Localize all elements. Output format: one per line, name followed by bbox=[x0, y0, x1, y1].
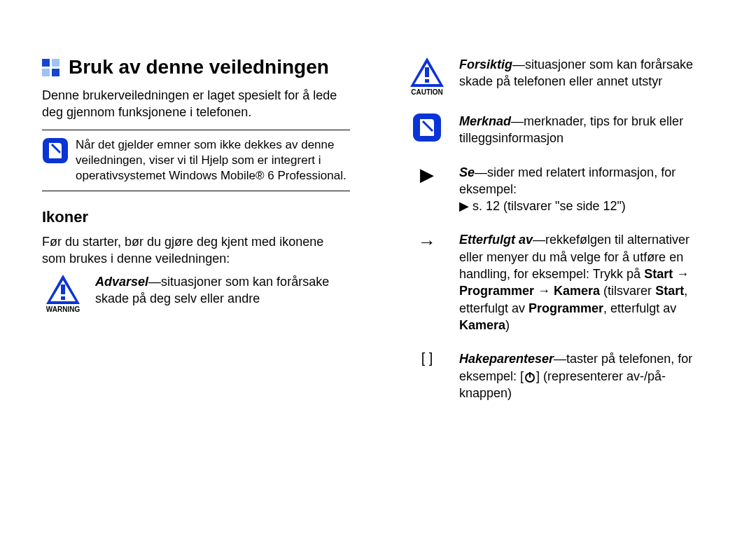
power-icon bbox=[524, 371, 536, 383]
triangle-icon: ▶ bbox=[406, 164, 448, 186]
hake-label: Hakeparenteser bbox=[459, 352, 554, 366]
heading-row: Bruk av denne veiledningen bbox=[42, 56, 350, 87]
note-icon bbox=[42, 137, 69, 164]
icons-heading: Ikoner bbox=[42, 208, 350, 226]
note-block: Når det gjelder emner som ikke dekkes av… bbox=[42, 130, 350, 191]
warning-caption: WARNING bbox=[46, 305, 80, 313]
warning-text: Advarsel—situasjoner som kan forårsake s… bbox=[95, 273, 350, 308]
hakeparenteser-text: Hakeparenteser—taster på telefonen, for … bbox=[459, 350, 714, 401]
merknad-row: Merknad—merknader, tips for bruk eller t… bbox=[406, 113, 714, 147]
svg-rect-7 bbox=[61, 284, 65, 294]
etterfulgt-text: Etterfulgt av—rekkefølgen til alternativ… bbox=[459, 231, 714, 334]
brackets-icon: [ ] bbox=[406, 350, 448, 366]
warning-row: WARNING Advarsel—situasjoner som kan for… bbox=[42, 273, 350, 313]
caution-caption: CAUTION bbox=[411, 88, 443, 96]
merknad-icon bbox=[406, 113, 448, 142]
squares-icon bbox=[42, 59, 60, 77]
svg-rect-11 bbox=[425, 67, 429, 77]
svg-rect-0 bbox=[42, 59, 50, 67]
hakeparenteser-row: [ ] Hakeparenteser—taster på telefonen, … bbox=[406, 350, 714, 401]
se-row: ▶ Se—sider med relatert informasjon, for… bbox=[406, 164, 714, 215]
svg-rect-1 bbox=[52, 59, 59, 67]
page-title: Bruk av denne veiledningen bbox=[69, 56, 329, 78]
warning-label: Advarsel bbox=[95, 275, 148, 289]
svg-rect-3 bbox=[52, 69, 59, 76]
svg-rect-12 bbox=[425, 79, 429, 83]
svg-rect-8 bbox=[61, 296, 65, 300]
etterfulgt-row: → Etterfulgt av—rekkefølgen til alternat… bbox=[406, 231, 714, 334]
caution-label: Forsiktig bbox=[459, 57, 512, 71]
merknad-text: Merknad—merknader, tips for bruk eller t… bbox=[459, 113, 714, 147]
caution-text: Forsiktig—situasjoner som kan forårsake … bbox=[459, 56, 714, 90]
arrow-icon: → bbox=[406, 231, 448, 253]
se-label: Se bbox=[459, 165, 475, 179]
document-page: Bruk av denne veiledningen Denne brukerv… bbox=[0, 0, 756, 446]
icons-intro: Før du starter, bør du gjøre deg kjent m… bbox=[42, 233, 350, 268]
left-column: Bruk av denne veiledningen Denne brukerv… bbox=[42, 56, 350, 418]
note-text: Når det gjelder emner som ikke dekkes av… bbox=[76, 137, 350, 184]
intro-text: Denne brukerveiledningen er laget spesie… bbox=[42, 87, 350, 121]
warning-icon: WARNING bbox=[42, 273, 84, 313]
etterfulgt-label: Etterfulgt av bbox=[459, 233, 533, 247]
svg-rect-2 bbox=[42, 69, 50, 76]
merknad-label: Merknad bbox=[459, 114, 511, 128]
se-text: Se—sider med relatert informasjon, for e… bbox=[459, 164, 714, 215]
caution-icon: CAUTION bbox=[406, 56, 448, 96]
right-column: CAUTION Forsiktig—situasjoner som kan fo… bbox=[406, 56, 714, 418]
caution-row: CAUTION Forsiktig—situasjoner som kan fo… bbox=[406, 56, 714, 96]
